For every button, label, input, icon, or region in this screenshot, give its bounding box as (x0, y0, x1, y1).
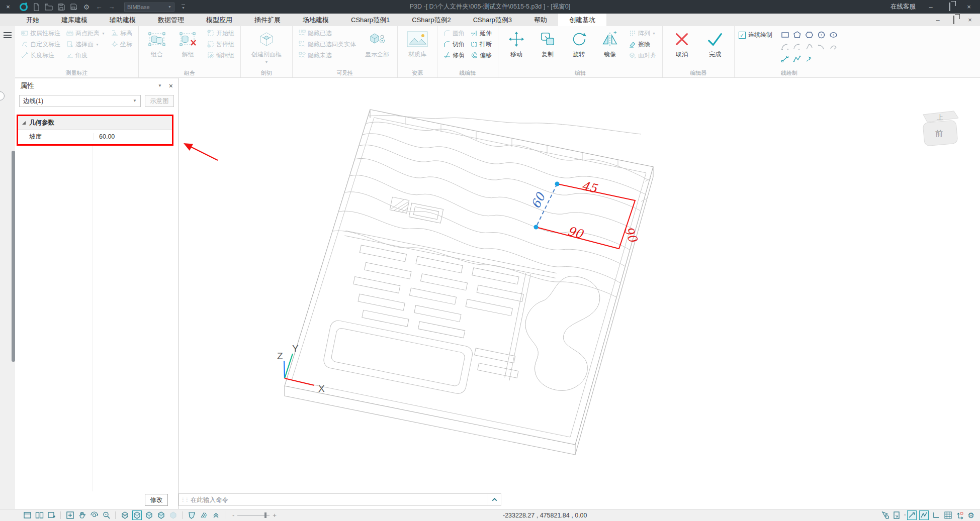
new-view-button[interactable] (23, 510, 32, 520)
vertical-scrollbar[interactable] (12, 151, 15, 362)
draw-polygon-button[interactable] (793, 31, 801, 39)
panel-collapse-handle-icon[interactable] (0, 91, 5, 100)
selection-filter-button[interactable] (880, 510, 890, 520)
group-button[interactable]: 组合 (143, 28, 171, 59)
zoom-out-label[interactable]: - (232, 511, 234, 519)
edit-group-button[interactable]: 编辑组 (205, 50, 236, 61)
view-cube[interactable]: 上 前 (923, 111, 958, 146)
tab-data-management[interactable]: 数据管理 (147, 14, 195, 26)
save-icon[interactable] (57, 3, 65, 11)
tab-model-application[interactable]: 模型应用 (195, 14, 243, 26)
start-group-button[interactable]: 开始组 (205, 28, 236, 39)
tab-csharp-example2[interactable]: CSharp范例2 (401, 14, 462, 26)
custom-annotate-button[interactable]: 自定义标注 (19, 39, 62, 50)
draw-arc-tangent-button[interactable] (805, 43, 814, 51)
trim-button[interactable]: 修剪 (441, 50, 467, 61)
settings-gear-icon[interactable]: ⚙ (968, 511, 974, 520)
add-view-button[interactable] (47, 510, 56, 520)
draw-ellipse-button[interactable] (829, 31, 838, 39)
tab-help[interactable]: 帮助 (523, 14, 558, 26)
command-input[interactable] (191, 496, 488, 503)
chamfer-button[interactable]: 切角 (441, 39, 467, 50)
entity-selector-dropdown[interactable]: 边线(1) ▼ (19, 95, 141, 107)
panel-collapse-icon[interactable]: ▼ (158, 84, 162, 88)
rotate-button[interactable]: 旋转 (565, 28, 593, 59)
tab-csharp-example3[interactable]: CSharp范例3 (462, 14, 523, 26)
annotate-by-property-button[interactable]: 按属性标注 (19, 28, 62, 39)
fillet-button[interactable]: 圆角 (441, 28, 467, 39)
zoom-slider[interactable]: - + (232, 511, 277, 519)
command-bar-grip-icon[interactable]: ⋮⋮ (179, 497, 191, 502)
minimize-button[interactable]: – (927, 3, 935, 11)
app-logo-icon[interactable] (20, 3, 28, 11)
view-hidden-line-button[interactable] (132, 510, 142, 520)
param-value-field[interactable]: 60.00 (94, 133, 172, 140)
doc-minimize-button[interactable]: – (934, 16, 942, 24)
create-section-box-button[interactable]: 创建剖面框 ▼ (245, 28, 288, 64)
orbit-button[interactable] (90, 510, 99, 520)
hide-unselected-button[interactable]: 隐藏未选 (297, 50, 358, 61)
workspace-dropdown[interactable]: BIMBase ▼ (124, 3, 174, 12)
tab-csharp-example1[interactable]: CSharp范例1 (340, 14, 401, 26)
redo-icon[interactable]: → (108, 3, 116, 11)
doc-restore-button[interactable] (950, 16, 958, 24)
undo-icon[interactable]: ← (95, 3, 103, 11)
draw-arc-center-button[interactable] (793, 43, 801, 51)
online-support-link[interactable]: 在线客服 (890, 3, 916, 11)
hamburger-menu-icon[interactable] (4, 32, 12, 33)
drawing-canvas[interactable]: 45 90 90 60 Z Y X (179, 78, 980, 509)
break-button[interactable]: 打断 (469, 39, 494, 50)
show-all-button[interactable]: 显示全部 (361, 28, 393, 59)
pit-dimension-sketch[interactable]: 45 90 90 60 (528, 179, 640, 249)
new-file-icon[interactable] (32, 3, 40, 11)
open-file-icon[interactable] (45, 3, 53, 11)
axis-lock-button[interactable] (955, 510, 965, 520)
zoom-in-label[interactable]: + (273, 511, 277, 519)
extend-button[interactable]: 延伸 (469, 28, 494, 39)
polyline-mode-button[interactable] (919, 510, 929, 520)
move-button[interactable]: 移动 (502, 28, 530, 59)
length-annotate-button[interactable]: 长度标注 (19, 50, 62, 61)
snap-settings-button[interactable] (199, 510, 209, 520)
zoom-slider-track[interactable] (237, 515, 270, 515)
draw-line-button[interactable] (781, 55, 789, 63)
view-shaded-edges-button[interactable] (156, 510, 166, 520)
draw-arc-three-point-button[interactable] (817, 43, 826, 51)
view-cube-front-label[interactable]: 前 (935, 129, 943, 138)
tab-home[interactable]: 开始 (15, 14, 50, 26)
zoom-extents-button[interactable] (65, 510, 75, 520)
settings-gear-icon[interactable]: ⚙ (82, 3, 91, 11)
copy-button[interactable]: 复制 (533, 28, 562, 59)
tab-plugin-extension[interactable]: 插件扩展 (243, 14, 292, 26)
material-library-button[interactable]: 材质库 (402, 28, 433, 59)
slope-draw-mode-button[interactable] (907, 510, 917, 520)
view-wireframe-button[interactable] (120, 510, 130, 520)
modify-button[interactable]: 修改 (145, 494, 168, 506)
draw-arc-continue-button[interactable] (829, 43, 838, 51)
offset-button[interactable]: 偏移 (469, 50, 494, 61)
draw-circle-button[interactable] (817, 31, 826, 39)
hide-selected-same-type-button[interactable]: 隐藏已选同类实体 (297, 39, 358, 50)
tab-library-modeling[interactable]: 建库建模 (50, 14, 99, 26)
close-left-icon[interactable]: × (3, 3, 13, 11)
save-as-icon[interactable] (70, 3, 78, 11)
schematic-button[interactable]: 示意图 (145, 95, 174, 107)
draw-polyline-button[interactable] (793, 55, 801, 63)
pause-group-button[interactable]: 暂停组 (205, 39, 236, 50)
grid-toggle-button[interactable] (943, 510, 953, 520)
zoom-slider-handle[interactable] (264, 512, 266, 518)
tab-create-pit-active[interactable]: 创建基坑 (558, 14, 606, 26)
two-point-distance-button[interactable]: 两点距离▼ (64, 28, 107, 39)
ortho-mode-button[interactable] (931, 510, 941, 520)
zoom-window-button[interactable] (102, 510, 111, 520)
angle-button[interactable]: 角度 (64, 50, 107, 61)
panel-close-icon[interactable]: × (169, 82, 173, 90)
face-align-button[interactable]: 面对齐 (627, 50, 658, 61)
grip-point[interactable] (555, 182, 560, 186)
draw-rectangle-button[interactable] (781, 31, 789, 39)
ungroup-button[interactable]: 解组 (174, 28, 202, 59)
select-face-button[interactable]: 选择面▼ (64, 39, 107, 50)
pick-point-button[interactable] (805, 55, 814, 63)
draw-arc-start-end-button[interactable] (781, 43, 789, 51)
continuous-draw-checkbox[interactable]: ✓ 连续绘制 (739, 31, 772, 39)
